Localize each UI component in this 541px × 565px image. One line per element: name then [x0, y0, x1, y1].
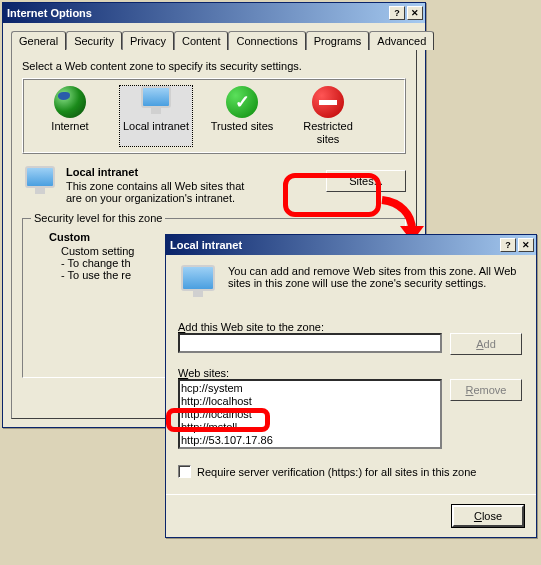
list-item[interactable]: http://53.107.17.86 [181, 434, 439, 447]
titlebar-text: Internet Options [7, 7, 387, 19]
annotation-sites-ring [283, 173, 381, 217]
zone-local-intranet[interactable]: Local intranet [120, 86, 192, 146]
zone-trusted-sites[interactable]: ✓ Trusted sites [206, 86, 278, 146]
tab-programs[interactable]: Programs [306, 31, 370, 50]
list-item[interactable]: http://localhost [181, 395, 439, 408]
help-button[interactable]: ? [500, 238, 516, 252]
tab-general[interactable]: General [11, 31, 66, 50]
monitor-icon [178, 265, 218, 305]
fieldset-legend: Security level for this zone [31, 212, 165, 224]
list-item[interactable]: hcp://system [181, 382, 439, 395]
titlebar: Local intranet ? ✕ [166, 235, 536, 255]
dialog-message: You can add and remove Web sites from th… [228, 265, 524, 305]
tab-advanced[interactable]: Advanced [369, 31, 434, 50]
require-https-label: Require server verification (https:) for… [197, 466, 476, 478]
tab-bar: General Security Privacy Content Connect… [11, 31, 417, 50]
dialog-header: You can add and remove Web sites from th… [178, 265, 524, 305]
titlebar: Internet Options ? ✕ [3, 3, 425, 23]
zone-title: Local intranet [66, 166, 318, 178]
tab-privacy[interactable]: Privacy [122, 31, 174, 50]
monitor-icon [22, 166, 58, 202]
zone-desc-text: This zone contains all Web sites that ar… [66, 180, 246, 204]
close-button[interactable]: ✕ [518, 238, 534, 252]
close-dialog-button[interactable]: Close [452, 505, 524, 527]
add-button[interactable]: Add [450, 333, 522, 355]
check-icon: ✓ [226, 86, 258, 118]
remove-button[interactable]: Remove [450, 379, 522, 401]
require-https-checkbox[interactable] [178, 465, 191, 478]
divider [166, 494, 536, 495]
stop-icon [312, 86, 344, 118]
zone-instruction: Select a Web content zone to specify its… [22, 60, 406, 72]
dialog-body: You can add and remove Web sites from th… [166, 255, 536, 537]
help-button[interactable]: ? [389, 6, 405, 20]
zone-restricted-sites[interactable]: Restricted sites [292, 86, 364, 146]
annotation-localhost-ring [166, 408, 270, 432]
zone-internet[interactable]: Internet [34, 86, 106, 146]
local-intranet-dialog: Local intranet ? ✕ You can add and remov… [165, 234, 537, 538]
add-site-input[interactable] [178, 333, 442, 353]
close-button[interactable]: ✕ [407, 6, 423, 20]
tab-content[interactable]: Content [174, 31, 229, 50]
tab-connections[interactable]: Connections [228, 31, 305, 50]
globe-icon [54, 86, 86, 118]
monitor-icon [139, 86, 173, 118]
titlebar-text: Local intranet [170, 239, 498, 251]
add-site-label: Add this Web site to the zone: [178, 321, 524, 333]
zone-selector: Internet Local intranet ✓ Trusted sites … [23, 79, 405, 153]
require-https-row: Require server verification (https:) for… [178, 465, 524, 478]
web-sites-label: Web sites: [178, 367, 524, 379]
tab-security[interactable]: Security [66, 31, 122, 50]
